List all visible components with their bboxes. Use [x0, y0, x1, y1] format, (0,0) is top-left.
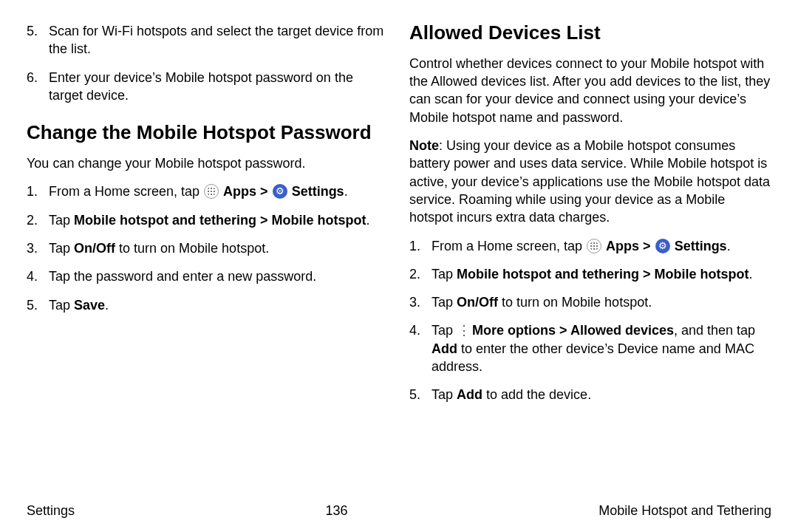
- bold-text: Add: [457, 387, 482, 402]
- step-text: .: [105, 298, 109, 313]
- allowed-devices-steps: From a Home screen, tap Apps > Settings.…: [409, 237, 771, 404]
- step-text: .: [344, 184, 348, 199]
- list-item: Tap Mobile hotspot and tethering > Mobil…: [409, 265, 771, 283]
- step-text: Tap: [432, 295, 457, 310]
- list-item: Scan for Wi-Fi hotspots and select the t…: [27, 22, 389, 58]
- step-text: Tap: [49, 213, 74, 228]
- gear-icon: [655, 239, 670, 253]
- bold-text: Add: [432, 341, 457, 356]
- apps-icon: [204, 184, 219, 199]
- bold-text: On/Off: [457, 295, 498, 310]
- arrow: >: [256, 213, 272, 228]
- section-intro: You can change your Mobile hotspot passw…: [27, 154, 389, 172]
- list-item: Tap Mobile hotspot and tethering > Mobil…: [27, 211, 389, 229]
- step-text: to turn on Mobile hotspot.: [498, 295, 652, 310]
- step-text: From a Home screen, tap: [432, 239, 586, 253]
- bold-text: More options: [472, 323, 556, 338]
- note-body: : Using your device as a Mobile hotspot …: [409, 138, 770, 225]
- list-item: Tap On/Off to turn on Mobile hotspot.: [409, 293, 771, 311]
- step-text: to turn on Mobile hotspot.: [115, 241, 269, 256]
- bold-text: Mobile hotspot: [655, 267, 749, 282]
- settings-label: Settings: [675, 239, 727, 253]
- continued-steps-list: Scan for Wi-Fi hotspots and select the t…: [27, 22, 389, 104]
- bold-text: Mobile hotspot and tethering: [457, 267, 639, 282]
- list-item: Tap the password and enter a new passwor…: [27, 267, 389, 285]
- list-item: Tap On/Off to turn on Mobile hotspot.: [27, 239, 389, 257]
- list-item: Enter your device’s Mobile hotspot passw…: [27, 69, 389, 105]
- section-heading: Allowed Devices List: [409, 22, 771, 44]
- note-paragraph: Note: Using your device as a Mobile hots…: [409, 137, 771, 226]
- right-column: Allowed Devices List Control whether dev…: [409, 22, 771, 488]
- page-footer: Settings 136 Mobile Hotspot and Tetherin…: [0, 503, 798, 519]
- arrow: >: [639, 239, 655, 253]
- step-text: Tap: [49, 241, 74, 256]
- arrow: >: [556, 323, 570, 338]
- settings-label: Settings: [292, 184, 344, 199]
- footer-page-number: 136: [326, 503, 348, 519]
- bold-text: Save: [74, 298, 105, 313]
- list-item: Tap Save.: [27, 296, 389, 314]
- change-password-steps: From a Home screen, tap Apps > Settings.…: [27, 183, 389, 313]
- step-text: to add the device.: [482, 387, 591, 402]
- step-text: .: [366, 213, 370, 228]
- step-text: to enter the other device’s Device name …: [432, 341, 754, 374]
- gear-icon: [273, 184, 287, 199]
- footer-right: Mobile Hotspot and Tethering: [598, 503, 771, 519]
- step-text: , and then tap: [674, 323, 755, 338]
- bold-text: On/Off: [74, 241, 115, 256]
- section-body: Control whether devices connect to your …: [409, 55, 771, 126]
- list-item: From a Home screen, tap Apps > Settings.: [409, 237, 771, 255]
- more-options-icon: [457, 323, 468, 338]
- step-text: .: [749, 267, 753, 282]
- apps-label: Apps: [606, 239, 639, 253]
- step-text: Tap: [49, 298, 74, 313]
- note-label: Note: [409, 138, 439, 153]
- bold-text: Mobile hotspot and tethering: [74, 213, 256, 228]
- step-text: Tap: [432, 267, 457, 282]
- apps-label: Apps: [223, 184, 256, 199]
- bold-text: Mobile hotspot: [272, 213, 366, 228]
- step-text: .: [727, 239, 731, 253]
- list-item: Tap More options > Allowed devices, and …: [409, 321, 771, 375]
- list-item: Tap Add to add the device.: [409, 386, 771, 403]
- bold-text: Allowed devices: [570, 323, 674, 338]
- footer-left: Settings: [27, 503, 75, 519]
- step-text: From a Home screen, tap: [49, 184, 203, 199]
- step-text: Tap: [432, 387, 457, 402]
- list-item: From a Home screen, tap Apps > Settings.: [27, 183, 389, 200]
- step-text: Tap: [432, 323, 457, 338]
- page-columns: Scan for Wi-Fi hotspots and select the t…: [0, 0, 798, 488]
- arrow: >: [639, 267, 655, 282]
- left-column: Scan for Wi-Fi hotspots and select the t…: [27, 22, 389, 488]
- section-heading: Change the Mobile Hotspot Password: [27, 122, 389, 144]
- arrow: >: [256, 184, 272, 199]
- apps-icon: [587, 239, 601, 253]
